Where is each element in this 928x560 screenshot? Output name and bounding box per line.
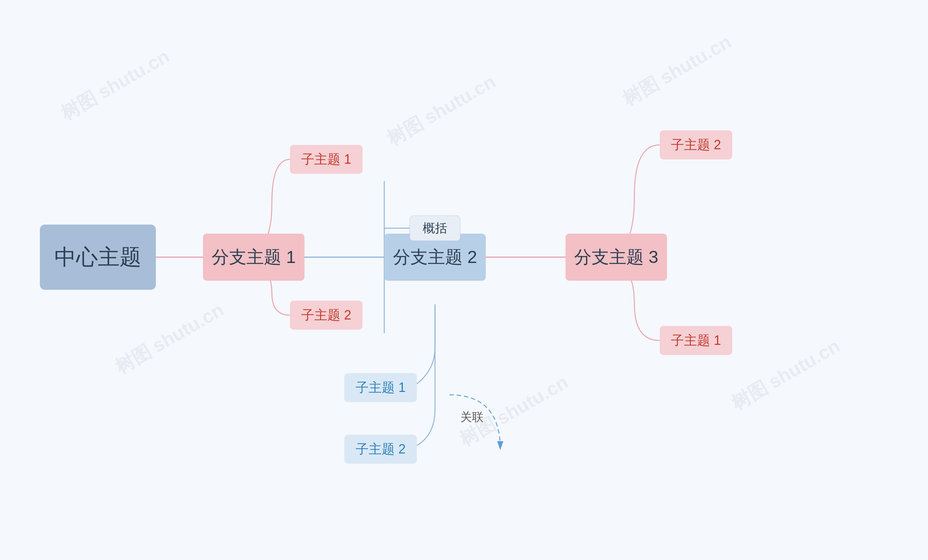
sub1-2-node[interactable]: 子主题 2: [290, 301, 362, 330]
branch1-node[interactable]: 分支主题 1: [203, 234, 304, 281]
watermark-3: 树图 shutu.cn: [618, 29, 736, 112]
relation-label: 关联: [460, 409, 484, 425]
sub3-2-node[interactable]: 子主题 1: [660, 326, 732, 355]
center-node[interactable]: 中心主题: [40, 225, 156, 290]
branch3-node[interactable]: 分支主题 3: [566, 234, 667, 281]
watermark-2: 树图 shutu.cn: [382, 69, 500, 152]
sub1-1-label: 子主题 1: [301, 151, 351, 169]
sub2-1-label: 子主题 1: [356, 379, 406, 397]
sub2-2-node[interactable]: 子主题 2: [344, 435, 417, 464]
branch1-label: 分支主题 1: [212, 246, 296, 269]
sub3-2-label: 子主题 1: [671, 332, 721, 350]
sub1-2-label: 子主题 2: [301, 306, 351, 324]
label-box-node[interactable]: 概括: [410, 216, 460, 241]
label-box-label: 概括: [423, 220, 447, 237]
sub2-1-node[interactable]: 子主题 1: [344, 373, 417, 402]
branch2-label: 分支主题 2: [393, 246, 477, 269]
sub3-1-label: 子主题 2: [671, 136, 721, 154]
watermark-4: 树图 shutu.cn: [111, 297, 228, 380]
branch3-label: 分支主题 3: [574, 246, 658, 269]
sub3-1-node[interactable]: 子主题 2: [660, 130, 732, 159]
sub1-1-node[interactable]: 子主题 1: [290, 145, 362, 174]
watermark-6: 树图 shutu.cn: [727, 333, 845, 416]
sub2-2-label: 子主题 2: [356, 440, 406, 458]
watermark-1: 树图 shutu.cn: [56, 44, 174, 126]
center-label: 中心主题: [54, 243, 141, 272]
